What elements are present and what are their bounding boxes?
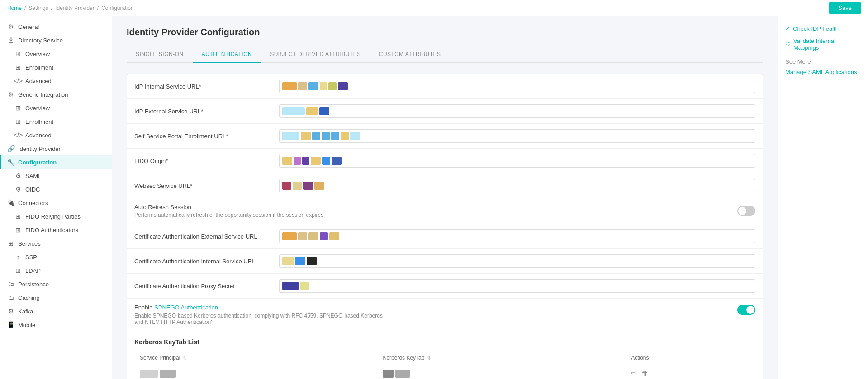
sidebar-item-general[interactable]: ⚙ General [0, 20, 112, 33]
token-input-cert-proxy[interactable] [279, 279, 755, 293]
token [302, 157, 309, 165]
sidebar-item-configuration[interactable]: 🔧 Configuration [0, 155, 112, 169]
shield-icon: 🛡 [785, 41, 791, 47]
sidebar-item-mobile[interactable]: 📱 Mobile [0, 318, 112, 332]
field-label-cert-internal: Certificate Authentication Internal Serv… [134, 258, 279, 265]
auto-refresh-row: Auto Refresh Session Performs automatica… [127, 198, 763, 224]
sidebar-item-label: Enrollment [25, 64, 53, 71]
sidebar-item-identity-provider[interactable]: 🔗 Identity Provider [0, 142, 112, 155]
token [160, 370, 176, 378]
general-icon: ⚙ [7, 23, 14, 30]
grid-icon: ⊞ [14, 118, 22, 125]
token [300, 282, 309, 290]
token [341, 132, 349, 140]
token-input-self-service[interactable] [279, 129, 755, 143]
breadcrumb: Home / Settings / Identity Provider / Co… [7, 5, 134, 11]
sidebar-item-generic-integration[interactable]: ⚙ Generic Integration [0, 88, 112, 101]
sidebar-item-directory-service[interactable]: 🗄 Directory Service [0, 33, 112, 47]
sidebar-item-ds-overview[interactable]: ⊞ Overview [0, 47, 112, 61]
token-input-cert-external[interactable] [279, 229, 755, 243]
field-input-self-service[interactable] [279, 129, 755, 143]
token [282, 107, 305, 115]
sidebar-item-ssp[interactable]: ↑ SSP [0, 250, 112, 264]
token [282, 232, 297, 240]
kafka-icon: ⚙ [7, 308, 14, 315]
manage-saml-label: Manage SAML Applications [785, 69, 857, 75]
token [328, 82, 337, 90]
manage-saml-link[interactable]: Manage SAML Applications [785, 69, 861, 75]
token-input-cert-internal[interactable] [279, 254, 755, 268]
sidebar-item-gi-overview[interactable]: ⊞ Overview [0, 101, 112, 115]
directory-icon: 🗄 [7, 37, 14, 44]
tab-custom-attributes[interactable]: CUSTOM ATTRIBUTES [370, 47, 450, 63]
sidebar-item-saml[interactable]: ⚙ SAML [0, 169, 112, 182]
delete-icon[interactable]: 🗑 [641, 370, 648, 377]
sidebar-item-ds-advanced[interactable]: </> Advanced [0, 74, 112, 88]
token-input-websec[interactable] [279, 179, 755, 192]
sidebar-item-fido-auth[interactable]: ⊞ FIDO Authenticators [0, 223, 112, 237]
save-button[interactable]: Save [829, 2, 861, 14]
sidebar-item-oidc[interactable]: ⚙ OIDC [0, 182, 112, 196]
tab-sso[interactable]: SINGLE SIGN-ON [127, 47, 193, 63]
sidebar-item-label: Identity Provider [18, 145, 61, 152]
field-row-cert-proxy: Certificate Authentication Proxy Secret [127, 274, 763, 299]
toggle-knob [746, 306, 754, 314]
field-input-idp-external[interactable] [279, 104, 755, 118]
field-input-websec[interactable] [279, 179, 755, 192]
check-idp-link[interactable]: ✓ Check IDP health [785, 25, 861, 32]
validate-mappings-label: Validate Internal Mappings [793, 37, 861, 51]
auto-refresh-desc: Performs automatically refresh of the op… [134, 212, 323, 218]
sidebar-item-gi-enrollment[interactable]: ⊞ Enrollment [0, 115, 112, 128]
fido-auth-icon: ⊞ [14, 226, 22, 234]
sidebar-item-label: Directory Service [18, 37, 63, 44]
auto-refresh-toggle[interactable] [737, 206, 755, 216]
grid-icon: ⊞ [14, 64, 22, 71]
token-input-idp-external[interactable] [279, 104, 755, 118]
code-icon: </> [14, 131, 22, 139]
edit-icon[interactable]: ✏ [631, 370, 637, 377]
sidebar-item-ldap[interactable]: ⊞ LDAP [0, 264, 112, 277]
sidebar-item-label: Kafka [18, 308, 33, 315]
sidebar-item-services[interactable]: ⊞ Services [0, 237, 112, 250]
breadcrumb-home[interactable]: Home [7, 5, 22, 11]
sidebar-item-connectors[interactable]: 🔌 Connectors [0, 196, 112, 210]
token [294, 157, 301, 165]
sidebar-item-gi-advanced[interactable]: </> Advanced [0, 128, 112, 142]
token-input-idp-internal[interactable] [279, 80, 755, 93]
cell-actions: ✏ 🗑 [626, 365, 755, 379]
tab-authentication[interactable]: AUTHENTICATION [193, 47, 261, 63]
token [322, 157, 330, 165]
check-idp-label: Check IDP health [793, 25, 839, 32]
see-more-section: See More Manage SAML Applications [785, 58, 861, 75]
token-input-fido-origin[interactable] [279, 154, 755, 168]
field-row-self-service: Self Service Portal Enrollment URL* [127, 124, 763, 149]
tab-bar: SINGLE SIGN-ON AUTHENTICATION SUBJECT DE… [127, 47, 763, 63]
ssp-icon: ↑ [14, 253, 22, 261]
spnego-row: Enable SPNEGO Authentication Enable SPNE… [127, 299, 763, 331]
sidebar-item-persistence[interactable]: 🗂 Persistence [0, 277, 112, 291]
spnego-toggle[interactable] [737, 305, 755, 315]
token [320, 232, 328, 240]
sidebar-item-label: Overview [25, 105, 50, 112]
tab-subject-derived[interactable]: SUBJECT DERIVED ATTRIBUTES [261, 47, 370, 63]
spnego-desc: Enable SPNEGO-based Kerberos authenticat… [134, 313, 388, 325]
sidebar-item-ds-enrollment[interactable]: ⊞ Enrollment [0, 61, 112, 74]
sidebar-item-caching[interactable]: 🗂 Caching [0, 291, 112, 304]
sidebar-item-fido-relying[interactable]: ⊞ FIDO Relying Parties [0, 210, 112, 223]
sidebar-item-label: Services [18, 240, 41, 247]
field-input-idp-internal[interactable] [279, 80, 755, 93]
field-input-fido-origin[interactable] [279, 154, 755, 168]
sidebar-item-kafka[interactable]: ⚙ Kafka [0, 304, 112, 318]
field-input-cert-external[interactable] [279, 229, 755, 243]
field-row-cert-internal: Certificate Authentication Internal Serv… [127, 249, 763, 274]
token [395, 370, 410, 378]
token [306, 107, 318, 115]
cell-principal [134, 365, 377, 379]
field-row-fido-origin: FIDO Origin* [127, 149, 763, 173]
token [332, 157, 342, 165]
token [301, 132, 311, 140]
validate-mappings-link[interactable]: 🛡 Validate Internal Mappings [785, 37, 861, 51]
field-input-cert-internal[interactable] [279, 254, 755, 268]
spnego-link[interactable]: SPNEGO Authentication [154, 304, 218, 311]
field-input-cert-proxy[interactable] [279, 279, 755, 293]
